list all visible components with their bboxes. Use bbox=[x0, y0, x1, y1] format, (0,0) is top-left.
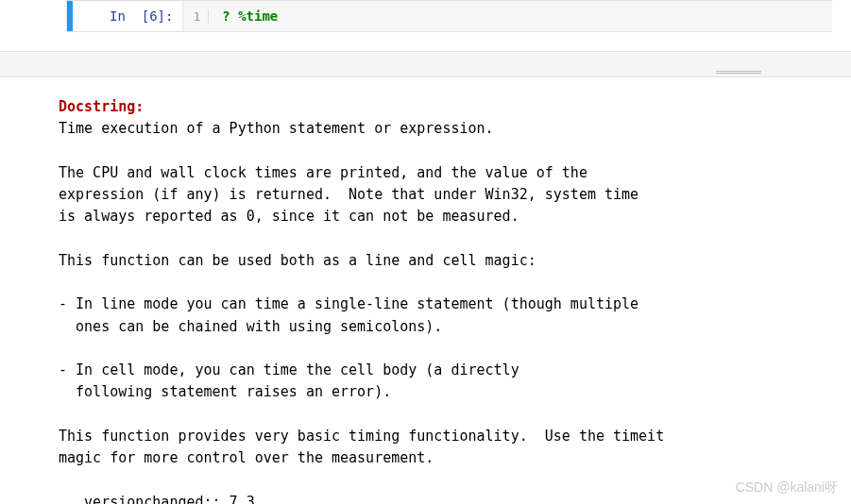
cell-active-indicator bbox=[67, 1, 73, 31]
drag-handle-icon[interactable] bbox=[716, 71, 761, 75]
code-content[interactable]: ? %time bbox=[222, 8, 278, 24]
docstring-body: Time execution of a Python statement or … bbox=[59, 118, 851, 504]
code-editor[interactable]: 1 ? %time bbox=[182, 1, 832, 31]
prompt-label: In [6]: bbox=[110, 8, 173, 24]
code-cell[interactable]: In [6]: 1 ? %time bbox=[66, 0, 832, 32]
panel-divider[interactable] bbox=[0, 51, 851, 77]
docstring-label: Docstring: bbox=[59, 98, 144, 115]
watermark: CSDN @kalani呀 bbox=[736, 479, 838, 496]
help-operator: ? bbox=[222, 8, 230, 24]
help-output-panel: Docstring: Time execution of a Python st… bbox=[0, 77, 851, 504]
input-prompt: In [6]: bbox=[67, 1, 182, 31]
line-number: 1 bbox=[193, 9, 209, 24]
notebook-section: In [6]: 1 ? %time bbox=[0, 0, 851, 51]
magic-command: %time bbox=[238, 8, 278, 24]
